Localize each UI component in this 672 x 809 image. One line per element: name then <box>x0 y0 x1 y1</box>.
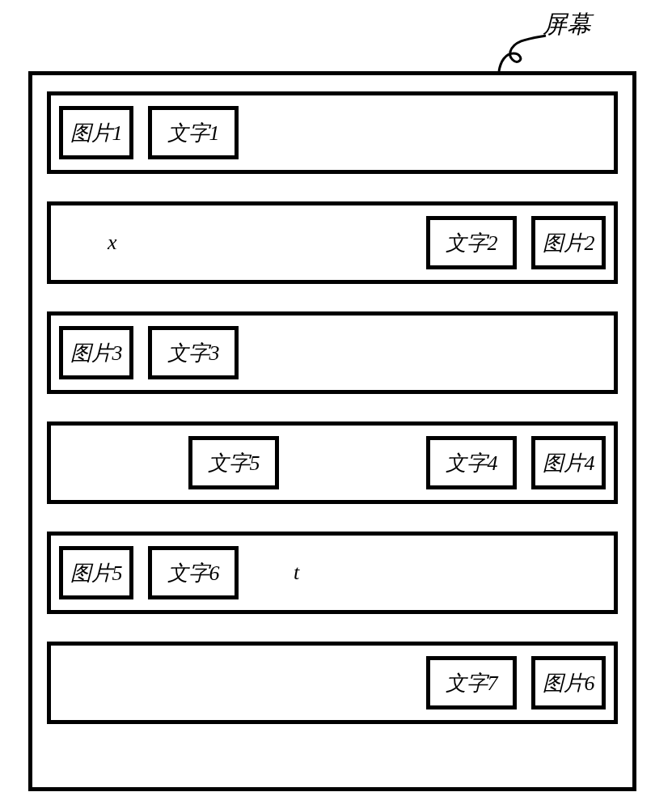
list-row: 文字5 文字4 图片4 <box>47 421 618 504</box>
image-cell: 图片2 <box>531 216 606 269</box>
loose-char: x <box>108 231 117 255</box>
image-cell: 图片3 <box>59 326 133 379</box>
pointer-curve-icon <box>496 34 552 73</box>
list-row: 图片1 文字1 <box>47 91 618 174</box>
loose-char: t <box>294 561 299 585</box>
right-group: 文字4 图片4 <box>426 436 606 489</box>
list-row: 图片3 文字3 <box>47 311 618 394</box>
text-cell: 文字1 <box>148 106 239 159</box>
text-cell: 文字3 <box>148 326 239 379</box>
text-cell: 文字6 <box>148 546 239 599</box>
right-group: 文字2 图片2 <box>426 216 606 269</box>
image-cell: 图片4 <box>531 436 606 489</box>
screen-frame: 图片1 文字1 x 文字2 图片2 图片3 文字3 文字5 文字4 图片4 图片… <box>28 71 636 791</box>
image-cell: 图片6 <box>531 656 606 709</box>
image-cell: 图片1 <box>59 106 133 159</box>
image-cell: 图片5 <box>59 546 133 599</box>
list-row: x 文字2 图片2 <box>47 201 618 284</box>
text-cell: 文字2 <box>426 216 517 269</box>
text-cell: 文字4 <box>426 436 517 489</box>
right-group: 文字7 图片6 <box>426 656 606 709</box>
text-cell: 文字7 <box>426 656 517 709</box>
list-row: 文字7 图片6 <box>47 642 618 724</box>
list-row: 图片5 文字6 t <box>47 532 618 614</box>
text-cell: 文字5 <box>188 436 279 489</box>
